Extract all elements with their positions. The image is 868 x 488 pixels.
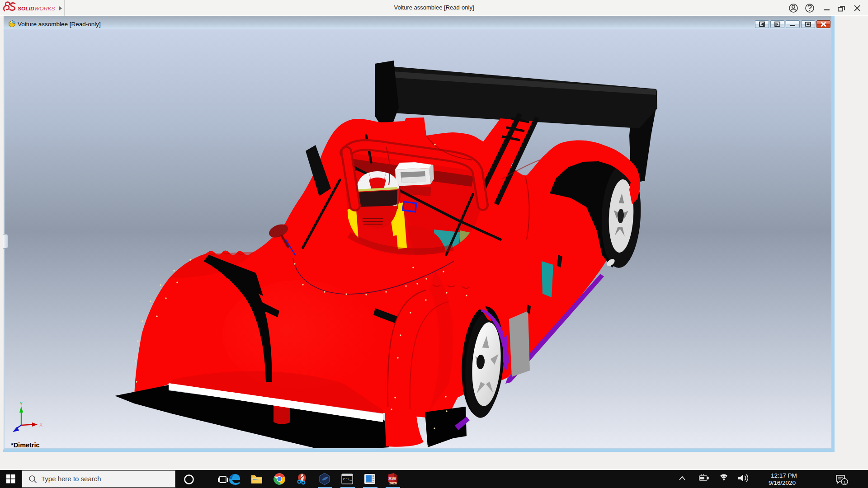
- svg-text:9/16/2020: 9/16/2020: [769, 479, 796, 486]
- svg-text:X: X: [39, 422, 43, 427]
- svg-text:Y: Y: [19, 401, 23, 406]
- svg-text:C:\_: C:\_: [343, 477, 352, 481]
- svg-text:1: 1: [844, 479, 846, 484]
- svg-text:SW: SW: [388, 476, 396, 481]
- svg-text:12:17 PM: 12:17 PM: [771, 472, 797, 479]
- svg-text:*Dimetric: *Dimetric: [11, 441, 40, 448]
- svg-text:2020: 2020: [389, 481, 397, 485]
